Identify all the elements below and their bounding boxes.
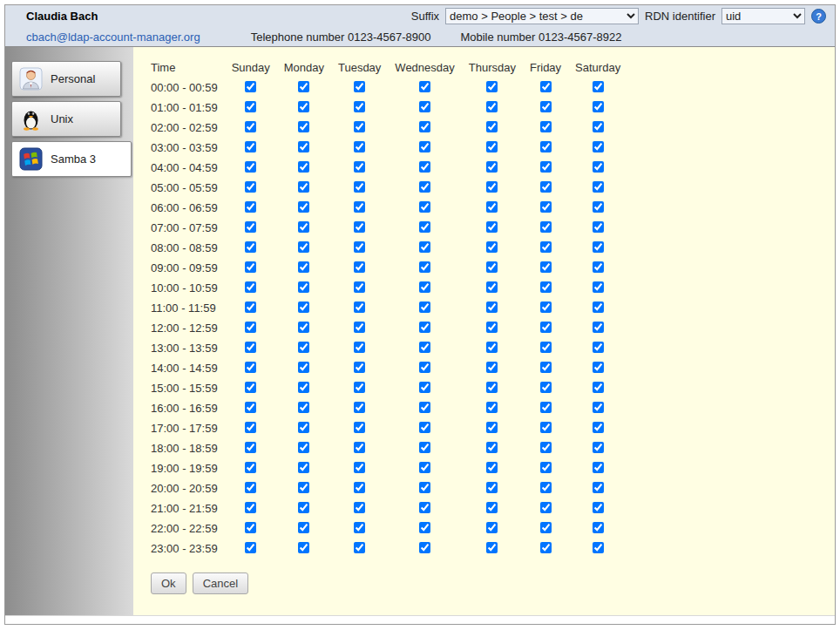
checkbox-sunday-00:00[interactable] <box>245 81 256 92</box>
checkbox-friday-13:00[interactable] <box>540 342 552 353</box>
suffix-select[interactable]: demo > People > test > de <box>445 8 639 24</box>
checkbox-wednesday-04:00[interactable] <box>419 161 430 173</box>
checkbox-tuesday-13:00[interactable] <box>354 342 365 353</box>
checkbox-monday-12:00[interactable] <box>298 322 309 333</box>
checkbox-monday-14:00[interactable] <box>298 362 309 373</box>
rdn-identifier-select[interactable]: uid <box>721 8 805 24</box>
checkbox-wednesday-12:00[interactable] <box>419 322 430 333</box>
checkbox-tuesday-20:00[interactable] <box>354 482 365 493</box>
checkbox-thursday-19:00[interactable] <box>486 462 498 473</box>
checkbox-wednesday-11:00[interactable] <box>419 301 430 313</box>
checkbox-saturday-23:00[interactable] <box>593 542 604 553</box>
checkbox-thursday-09:00[interactable] <box>486 261 498 273</box>
checkbox-monday-19:00[interactable] <box>298 462 309 473</box>
checkbox-sunday-13:00[interactable] <box>245 342 256 353</box>
checkbox-tuesday-00:00[interactable] <box>354 81 365 92</box>
checkbox-friday-02:00[interactable] <box>540 121 552 132</box>
checkbox-monday-18:00[interactable] <box>298 442 309 453</box>
checkbox-wednesday-07:00[interactable] <box>419 221 430 233</box>
checkbox-sunday-14:00[interactable] <box>245 362 256 373</box>
checkbox-sunday-23:00[interactable] <box>245 542 256 553</box>
checkbox-friday-18:00[interactable] <box>540 442 552 453</box>
checkbox-friday-17:00[interactable] <box>540 422 552 433</box>
checkbox-tuesday-03:00[interactable] <box>354 141 365 152</box>
checkbox-saturday-21:00[interactable] <box>593 502 604 513</box>
sidebar-tab-personal[interactable]: Personal <box>11 61 121 97</box>
checkbox-saturday-15:00[interactable] <box>593 382 604 393</box>
checkbox-wednesday-23:00[interactable] <box>419 542 430 553</box>
checkbox-sunday-18:00[interactable] <box>245 442 256 453</box>
checkbox-wednesday-01:00[interactable] <box>419 101 430 112</box>
checkbox-monday-22:00[interactable] <box>298 522 309 533</box>
checkbox-thursday-22:00[interactable] <box>486 522 498 533</box>
checkbox-friday-06:00[interactable] <box>540 201 552 213</box>
checkbox-friday-19:00[interactable] <box>540 462 552 473</box>
checkbox-thursday-00:00[interactable] <box>486 81 498 92</box>
checkbox-sunday-21:00[interactable] <box>245 502 256 513</box>
checkbox-tuesday-05:00[interactable] <box>354 181 365 193</box>
checkbox-tuesday-10:00[interactable] <box>354 281 365 293</box>
checkbox-saturday-09:00[interactable] <box>593 261 604 273</box>
checkbox-monday-04:00[interactable] <box>298 161 309 173</box>
checkbox-monday-05:00[interactable] <box>298 181 309 193</box>
checkbox-wednesday-02:00[interactable] <box>419 121 430 132</box>
checkbox-tuesday-09:00[interactable] <box>354 261 365 273</box>
help-icon[interactable]: ? <box>811 9 826 24</box>
checkbox-wednesday-19:00[interactable] <box>419 462 430 473</box>
checkbox-monday-15:00[interactable] <box>298 382 309 393</box>
checkbox-thursday-06:00[interactable] <box>486 201 498 213</box>
checkbox-friday-14:00[interactable] <box>540 362 552 373</box>
checkbox-thursday-10:00[interactable] <box>486 281 498 293</box>
checkbox-friday-05:00[interactable] <box>540 181 552 193</box>
checkbox-monday-08:00[interactable] <box>298 241 309 253</box>
checkbox-monday-01:00[interactable] <box>298 101 309 112</box>
checkbox-friday-22:00[interactable] <box>540 522 552 533</box>
checkbox-saturday-06:00[interactable] <box>593 201 604 213</box>
checkbox-tuesday-06:00[interactable] <box>354 201 365 213</box>
checkbox-thursday-02:00[interactable] <box>486 121 498 132</box>
checkbox-sunday-16:00[interactable] <box>245 402 256 413</box>
checkbox-saturday-16:00[interactable] <box>593 402 604 413</box>
checkbox-thursday-21:00[interactable] <box>486 502 498 513</box>
checkbox-friday-23:00[interactable] <box>540 542 552 553</box>
checkbox-thursday-04:00[interactable] <box>486 161 498 173</box>
checkbox-monday-06:00[interactable] <box>298 201 309 213</box>
checkbox-thursday-20:00[interactable] <box>486 482 498 493</box>
checkbox-tuesday-14:00[interactable] <box>354 362 365 373</box>
checkbox-thursday-08:00[interactable] <box>486 241 498 253</box>
checkbox-thursday-03:00[interactable] <box>486 141 498 152</box>
checkbox-saturday-17:00[interactable] <box>593 422 604 433</box>
checkbox-thursday-17:00[interactable] <box>486 422 498 433</box>
checkbox-thursday-14:00[interactable] <box>486 362 498 373</box>
checkbox-friday-07:00[interactable] <box>540 221 552 233</box>
checkbox-sunday-10:00[interactable] <box>245 281 256 293</box>
checkbox-tuesday-18:00[interactable] <box>354 442 365 453</box>
checkbox-tuesday-19:00[interactable] <box>354 462 365 473</box>
checkbox-friday-01:00[interactable] <box>540 101 552 112</box>
checkbox-wednesday-16:00[interactable] <box>419 402 430 413</box>
checkbox-wednesday-14:00[interactable] <box>419 362 430 373</box>
checkbox-wednesday-13:00[interactable] <box>419 342 430 353</box>
checkbox-monday-00:00[interactable] <box>298 81 309 92</box>
checkbox-tuesday-21:00[interactable] <box>354 502 365 513</box>
checkbox-monday-17:00[interactable] <box>298 422 309 433</box>
checkbox-friday-00:00[interactable] <box>540 81 552 92</box>
checkbox-friday-15:00[interactable] <box>540 382 552 393</box>
checkbox-friday-04:00[interactable] <box>540 161 552 173</box>
checkbox-tuesday-12:00[interactable] <box>354 322 365 333</box>
checkbox-thursday-07:00[interactable] <box>486 221 498 233</box>
checkbox-saturday-07:00[interactable] <box>593 221 604 233</box>
checkbox-friday-10:00[interactable] <box>540 281 552 293</box>
checkbox-sunday-09:00[interactable] <box>245 261 256 273</box>
checkbox-wednesday-03:00[interactable] <box>419 141 430 152</box>
checkbox-monday-09:00[interactable] <box>298 261 309 273</box>
checkbox-tuesday-07:00[interactable] <box>354 221 365 233</box>
checkbox-sunday-19:00[interactable] <box>245 462 256 473</box>
checkbox-sunday-17:00[interactable] <box>245 422 256 433</box>
checkbox-sunday-12:00[interactable] <box>245 322 256 333</box>
checkbox-thursday-13:00[interactable] <box>486 342 498 353</box>
checkbox-tuesday-08:00[interactable] <box>354 241 365 253</box>
checkbox-friday-11:00[interactable] <box>540 301 552 313</box>
checkbox-sunday-11:00[interactable] <box>245 301 256 313</box>
checkbox-tuesday-04:00[interactable] <box>354 161 365 173</box>
